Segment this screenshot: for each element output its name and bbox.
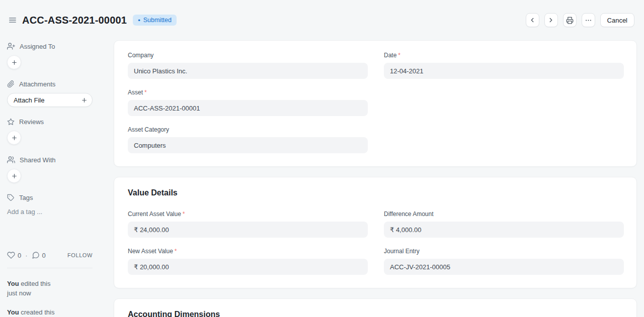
reviews-label: Reviews [19,118,44,126]
attachments-label: Attachments [19,80,55,88]
print-button[interactable] [563,13,577,27]
sidebar-toggle-icon[interactable] [8,16,17,25]
new-asset-value-input[interactable]: ₹ 20,000.00 [128,259,368,275]
difference-amount-label: Difference Amount [384,210,624,218]
field-date: Date* 12-04-2021 [384,52,624,79]
reviews-section: Reviews [7,118,93,126]
field-new-asset-value: New Asset Value* ₹ 20,000.00 [128,248,368,275]
company-label: Company [128,52,368,59]
paperclip-icon [7,80,15,88]
accounting-dimensions-section-card: Accounting Dimensions [114,298,637,317]
attach-file-label: Attach File [14,96,44,104]
add-assignment-button[interactable] [7,55,21,69]
status-badge: • Submitted [133,15,177,26]
printer-icon [566,17,574,24]
assigned-to-section: Assigned To [7,42,93,50]
tag-icon [7,194,15,201]
star-icon [7,118,15,126]
attach-file-button[interactable]: Attach File [7,93,93,107]
shared-with-label: Shared With [20,156,56,164]
timeline-action: edited this [21,280,50,287]
company-input[interactable]: Unico Plastics Inc. [128,63,368,79]
timeline-action: created this [21,308,54,316]
required-marker: * [183,210,185,218]
comment-icon [32,251,40,259]
heart-icon [7,251,15,259]
journal-entry-input[interactable]: ACC-JV-2021-00005 [384,259,624,275]
details-section-card: Company Unico Plastics Inc. Date* 12-04-… [114,40,637,167]
timeline-entry: You created this just now [7,307,93,317]
plus-icon [11,135,18,141]
asset-category-input[interactable]: Computers [128,137,368,153]
field-asset: Asset* ACC-ASS-2021-00001 [128,89,368,116]
ellipsis-icon [585,17,592,24]
plus-icon [11,173,18,179]
like-button[interactable]: 0 [7,251,21,259]
users-icon [7,156,15,164]
date-input[interactable]: 12-04-2021 [384,63,624,79]
asset-input[interactable]: ACC-ASS-2021-00001 [128,100,368,116]
value-details-section-card: Value Details Current Asset Value* ₹ 24,… [114,177,637,288]
field-journal-entry: Journal Entry ACC-JV-2021-00005 [384,248,624,275]
chevron-right-icon [547,17,554,24]
add-tag-input[interactable]: Add a tag ... [7,208,93,216]
likes-count: 0 [18,252,21,259]
journal-entry-label: Journal Entry [384,248,624,255]
field-difference-amount: Difference Amount ₹ 4,000.00 [384,210,624,238]
current-asset-value-input[interactable]: ₹ 24,000.00 [128,222,368,238]
engagement-row: 0 · 0 FOLLOW [7,251,93,259]
field-company: Company Unico Plastics Inc. [128,52,368,79]
header-actions: Cancel [526,13,634,27]
next-document-button[interactable] [544,13,558,27]
accounting-dimensions-heading: Accounting Dimensions [128,310,624,317]
field-asset-category: Asset Category Computers [128,126,368,153]
timeline-time: just now [7,288,93,298]
timeline-actor: You [7,308,19,316]
follow-button[interactable]: FOLLOW [67,252,93,258]
page-header: ACC-ASS-2021-00001 • Submitted Cancel [0,0,644,40]
cancel-button[interactable]: Cancel [600,13,634,27]
new-asset-value-label: New Asset Value* [128,248,368,255]
attachments-section: Attachments [7,80,93,88]
add-share-button[interactable] [7,169,21,183]
dot-separator: · [25,252,27,259]
sidebar-footer: 0 · 0 FOLLOW You edited this just now Yo… [7,251,93,317]
sidebar-divider [7,268,93,268]
date-label: Date* [384,52,624,59]
status-label: Submitted [143,17,172,24]
form-sidebar: Assigned To Attachments Attach File Revi… [7,42,93,317]
tags-label: Tags [19,194,33,201]
chevron-left-icon [529,17,536,24]
asset-category-label: Asset Category [128,126,368,133]
form-main: Company Unico Plastics Inc. Date* 12-04-… [114,40,637,317]
shared-with-section: Shared With [7,156,93,164]
tags-section: Tags [7,194,93,201]
status-dot: • [138,17,140,24]
plus-icon [81,97,88,103]
comments-count: 0 [42,252,46,259]
comments-button[interactable]: 0 [32,251,46,259]
difference-amount-input[interactable]: ₹ 4,000.00 [384,222,624,238]
timeline-actor: You [7,280,19,287]
header-left: ACC-ASS-2021-00001 • Submitted [8,15,177,26]
page-title: ACC-ASS-2021-00001 [22,15,127,26]
plus-icon [11,59,18,66]
prev-document-button[interactable] [526,13,539,27]
assigned-to-label: Assigned To [20,43,55,50]
asset-label: Asset* [128,89,368,96]
required-marker: * [175,248,177,255]
more-menu-button[interactable] [582,13,595,27]
user-plus-icon [7,42,15,50]
required-marker: * [398,52,400,59]
required-marker: * [144,89,147,96]
field-current-asset-value: Current Asset Value* ₹ 24,000.00 [128,210,368,238]
current-asset-value-label: Current Asset Value* [128,210,368,218]
add-review-button[interactable] [7,131,21,145]
timeline-entry: You edited this just now [7,279,93,298]
value-details-heading: Value Details [128,188,624,197]
